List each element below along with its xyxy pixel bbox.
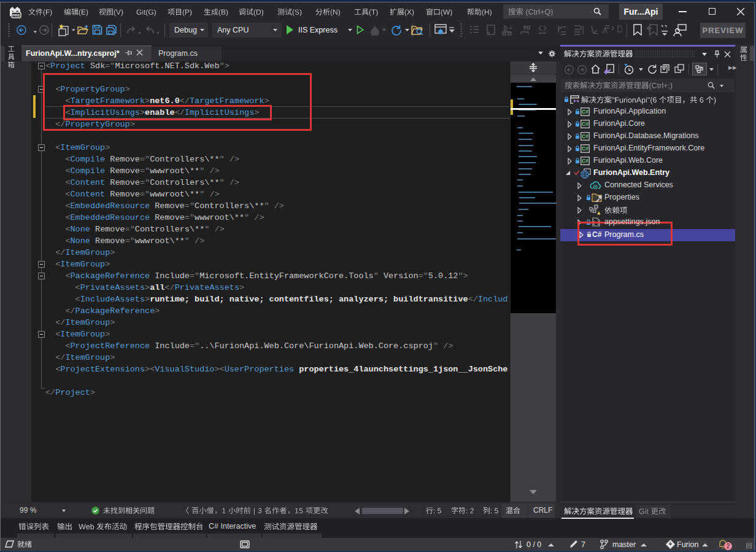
- svg-text:C#: C#: [582, 158, 588, 164]
- svg-text:C#: C#: [582, 133, 588, 139]
- svg-text:PRE: PRE: [12, 13, 20, 17]
- svg-text:C#: C#: [582, 121, 588, 127]
- svg-text:C#: C#: [582, 109, 588, 115]
- svg-text:C#: C#: [582, 146, 588, 152]
